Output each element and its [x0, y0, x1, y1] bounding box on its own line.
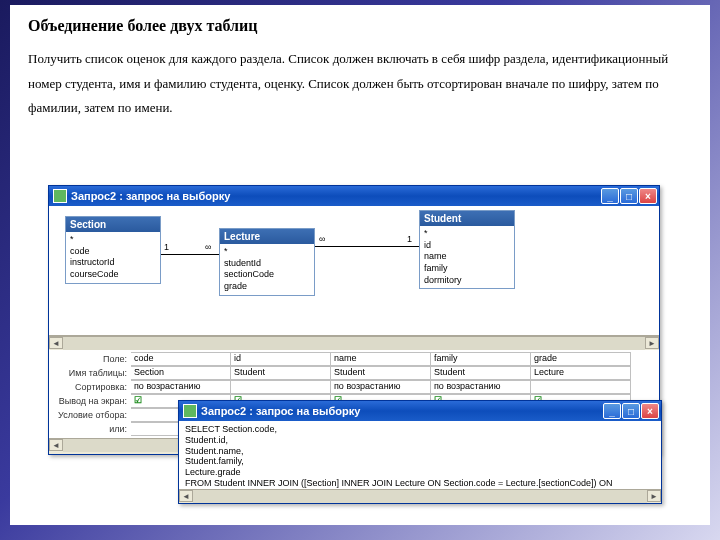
grid-row-label: Поле: — [53, 354, 131, 364]
sql-line: Student.family, — [185, 456, 655, 467]
sql-line: Student.id, — [185, 435, 655, 446]
sql-line: Lecture.grade — [185, 467, 655, 478]
field[interactable]: * — [70, 234, 156, 246]
field[interactable]: studentId — [224, 258, 310, 270]
field[interactable]: sectionCode — [224, 269, 310, 281]
app-icon — [53, 189, 67, 203]
scroll-left-icon[interactable]: ◄ — [179, 490, 193, 502]
close-button[interactable]: × — [639, 188, 657, 204]
grid-row: Сортировка:по возрастаниюпо возрастаниюп… — [53, 380, 659, 394]
grid-cell[interactable]: Student — [331, 366, 431, 380]
field[interactable]: courseCode — [70, 269, 156, 281]
field[interactable]: dormitory — [424, 275, 510, 287]
grid-row-label: Вывод на экран: — [53, 396, 131, 406]
minimize-button[interactable]: _ — [603, 403, 621, 419]
relationship-pane[interactable]: Section * code instructorId courseCode L… — [49, 206, 659, 336]
horizontal-scrollbar[interactable]: ◄ ► — [179, 489, 661, 503]
table-title: Lecture — [220, 229, 314, 244]
close-button[interactable]: × — [641, 403, 659, 419]
relation-cardinality: ∞ — [319, 234, 325, 244]
relation-cardinality: 1 — [407, 234, 412, 244]
grid-cell[interactable]: family — [431, 352, 531, 366]
grid-cell[interactable]: Student — [431, 366, 531, 380]
grid-cell[interactable]: по возрастанию — [431, 380, 531, 394]
grid-cell[interactable] — [531, 380, 631, 394]
grid-row-label: Сортировка: — [53, 382, 131, 392]
table-title: Student — [420, 211, 514, 226]
table-student[interactable]: Student * id name family dormitory — [419, 210, 515, 289]
titlebar[interactable]: Запрос2 : запрос на выборку _ □ × — [179, 401, 661, 421]
grid-row-label: или: — [53, 424, 131, 434]
grid-cell[interactable]: Section — [131, 366, 231, 380]
grid-row: Имя таблицы:SectionStudentStudentStudent… — [53, 366, 659, 380]
sql-window: Запрос2 : запрос на выборку _ □ × SELECT… — [178, 400, 662, 504]
scroll-left-icon[interactable]: ◄ — [49, 439, 63, 451]
table-section[interactable]: Section * code instructorId courseCode — [65, 216, 161, 284]
sql-line: Student.name, — [185, 446, 655, 457]
field[interactable]: code — [70, 246, 156, 258]
maximize-button[interactable]: □ — [622, 403, 640, 419]
grid-cell[interactable]: name — [331, 352, 431, 366]
table-lecture[interactable]: Lecture * studentId sectionCode grade — [219, 228, 315, 296]
sql-line: FROM Student INNER JOIN ([Section] INNER… — [185, 478, 655, 489]
grid-cell[interactable]: grade — [531, 352, 631, 366]
field[interactable]: instructorId — [70, 257, 156, 269]
grid-cell[interactable] — [231, 380, 331, 394]
grid-cell[interactable]: Lecture — [531, 366, 631, 380]
grid-cell[interactable]: code — [131, 352, 231, 366]
relation-cardinality: 1 — [164, 242, 169, 252]
field[interactable]: * — [424, 228, 510, 240]
field[interactable]: grade — [224, 281, 310, 293]
app-icon — [183, 404, 197, 418]
description: Получить список оценок для каждого разде… — [28, 47, 692, 121]
scroll-left-icon[interactable]: ◄ — [49, 337, 63, 349]
window-title: Запрос2 : запрос на выборку — [201, 405, 603, 417]
titlebar[interactable]: Запрос2 : запрос на выборку _ □ × — [49, 186, 659, 206]
field[interactable]: family — [424, 263, 510, 275]
grid-cell[interactable]: по возрастанию — [331, 380, 431, 394]
field[interactable]: * — [224, 246, 310, 258]
grid-row-label: Условие отбора: — [53, 410, 131, 420]
grid-cell[interactable]: id — [231, 352, 331, 366]
sql-editor[interactable]: SELECT Section.code,Student.id,Student.n… — [179, 421, 661, 489]
window-title: Запрос2 : запрос на выборку — [71, 190, 601, 202]
scroll-right-icon[interactable]: ► — [647, 490, 661, 502]
maximize-button[interactable]: □ — [620, 188, 638, 204]
grid-cell[interactable]: Student — [231, 366, 331, 380]
sql-line: SELECT Section.code, — [185, 424, 655, 435]
grid-row: Поле:codeidnamefamilygrade — [53, 352, 659, 366]
scroll-right-icon[interactable]: ► — [645, 337, 659, 349]
relation-cardinality: ∞ — [205, 242, 211, 252]
table-title: Section — [66, 217, 160, 232]
field[interactable]: name — [424, 251, 510, 263]
grid-row-label: Имя таблицы: — [53, 368, 131, 378]
grid-cell[interactable]: по возрастанию — [131, 380, 231, 394]
horizontal-scrollbar[interactable]: ◄ ► — [49, 336, 659, 350]
field[interactable]: id — [424, 240, 510, 252]
page-heading: Объединение более двух таблиц — [28, 17, 692, 35]
minimize-button[interactable]: _ — [601, 188, 619, 204]
